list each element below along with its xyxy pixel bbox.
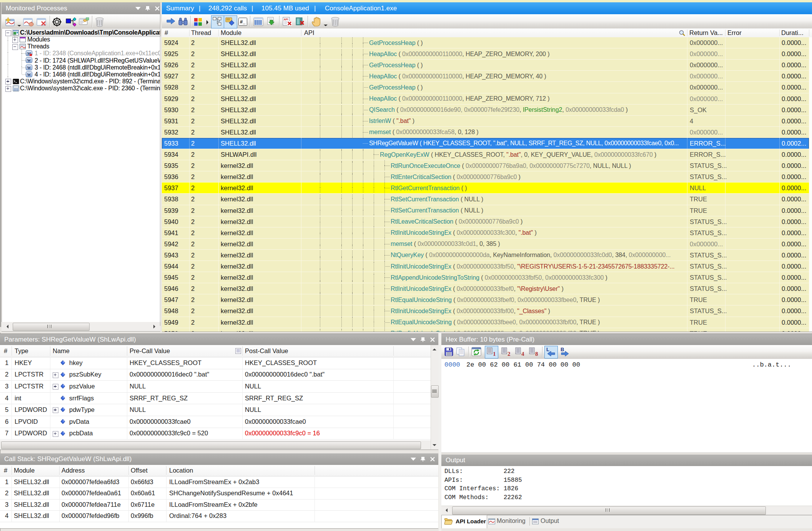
svg-text:#_: #_ [240,19,246,25]
svg-text:4: 4 [521,351,524,357]
svg-text:API: API [284,18,288,21]
svg-text:B: B [561,347,564,352]
svg-text:W: W [27,66,31,70]
svg-text:W: W [27,58,31,63]
svg-text:1: 1 [493,351,496,357]
svg-text:2: 2 [508,351,511,357]
svg-text:8: 8 [535,351,538,357]
svg-text:W: W [27,73,31,77]
svg-text:L: L [546,347,549,352]
